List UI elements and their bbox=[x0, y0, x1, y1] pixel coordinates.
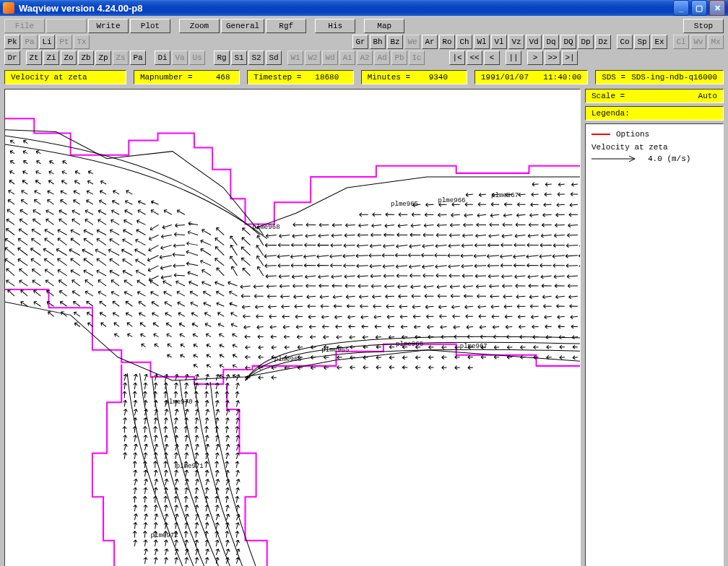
svg-text:plme967: plme967 bbox=[460, 342, 488, 350]
svg-text:plme967: plme967 bbox=[491, 191, 519, 199]
scale-field: Scale = Auto bbox=[585, 89, 724, 103]
zb-button[interactable]: Zb bbox=[78, 51, 94, 65]
pa-button[interactable]: Pa bbox=[22, 35, 38, 49]
window-title: Waqview version 4.24.00-p8 bbox=[19, 3, 673, 14]
mx-button[interactable]: Mx bbox=[708, 35, 724, 49]
stop-button[interactable]: Stop bbox=[683, 19, 724, 33]
rgf-button[interactable]: Rgf bbox=[266, 19, 306, 33]
dq-button[interactable]: Dq bbox=[543, 35, 559, 49]
nav-prev-button[interactable]: < bbox=[484, 51, 500, 65]
zi-button[interactable]: Zi bbox=[43, 51, 59, 65]
side-panel: Scale = Auto Legenda: Options Velocity a… bbox=[585, 89, 728, 566]
va-button[interactable]: Va bbox=[172, 51, 188, 65]
timestep-label: Timestep = bbox=[254, 71, 301, 84]
legend-options-row[interactable]: Options bbox=[592, 130, 717, 139]
bh-button[interactable]: Bh bbox=[370, 35, 386, 49]
vd-button[interactable]: Vd bbox=[526, 35, 542, 49]
tx-button[interactable]: Tx bbox=[74, 35, 90, 49]
sds-field: SDS = SDS-ing-ndb-q16000 bbox=[595, 70, 724, 84]
a2-button[interactable]: A2 bbox=[357, 51, 373, 65]
legenda-field: Legenda: bbox=[585, 106, 724, 121]
ad-button[interactable]: Ad bbox=[374, 51, 390, 65]
zp-button[interactable]: Zp bbox=[95, 51, 111, 65]
svg-text:plme965: plme965 bbox=[321, 346, 349, 354]
nav-pause-button[interactable]: || bbox=[506, 51, 521, 65]
toolbar: File Write Plot Zoom General Rgf His Map… bbox=[0, 16, 728, 69]
wv-button[interactable]: Wv bbox=[690, 35, 706, 49]
svg-text:plme971: plme971 bbox=[176, 462, 204, 470]
pt-button[interactable]: Pt bbox=[56, 35, 72, 49]
di-button[interactable]: Di bbox=[155, 51, 170, 65]
zs-button[interactable]: Zs bbox=[113, 51, 129, 65]
w2-button[interactable]: W2 bbox=[305, 51, 321, 65]
velocity-scale-value: 4.0 (m/s) bbox=[648, 154, 690, 163]
dz-button[interactable]: Dz bbox=[595, 35, 611, 49]
us-button[interactable]: Us bbox=[189, 51, 205, 65]
minimize-button[interactable]: _ bbox=[673, 0, 689, 16]
velocity-arrow-icon bbox=[592, 154, 642, 163]
a1-button[interactable]: A1 bbox=[339, 51, 355, 65]
zo-button[interactable]: Zo bbox=[61, 51, 77, 65]
close-button[interactable]: ✕ bbox=[709, 0, 725, 16]
we-button[interactable]: We bbox=[404, 35, 420, 49]
plot-button[interactable]: Plot bbox=[130, 19, 170, 33]
dqq-button[interactable]: DQ bbox=[560, 35, 576, 49]
svg-text:plme968: plme968 bbox=[274, 355, 302, 363]
his-button[interactable]: His bbox=[315, 19, 355, 33]
zoom-button[interactable]: Zoom bbox=[179, 19, 220, 33]
ch-button[interactable]: Ch bbox=[456, 35, 472, 49]
svg-text:plme972: plme972 bbox=[151, 531, 178, 539]
timestep-field: Timestep = 18680 bbox=[247, 70, 353, 84]
svg-text:plme966: plme966 bbox=[396, 340, 423, 348]
cl-button[interactable]: Cl bbox=[673, 35, 689, 49]
w1-button[interactable]: W1 bbox=[287, 51, 303, 65]
plot-canvas[interactable]: plme965 plme966 plme967 plme968 plme965 … bbox=[4, 89, 581, 566]
map-button[interactable]: Map bbox=[364, 19, 404, 33]
gr-button[interactable]: Gr bbox=[352, 35, 368, 49]
zt-button[interactable]: Zt bbox=[26, 51, 42, 65]
vl-button[interactable]: Vl bbox=[491, 35, 507, 49]
nav-prev2-button[interactable]: << bbox=[467, 51, 482, 65]
co-button[interactable]: Co bbox=[617, 35, 633, 49]
s1-button[interactable]: S1 bbox=[231, 51, 247, 65]
pb-button[interactable]: Pb bbox=[391, 51, 407, 65]
dp-button[interactable]: Dp bbox=[578, 35, 594, 49]
mapnumber-label: Mapnumber = bbox=[140, 71, 193, 84]
sp-button[interactable]: Sp bbox=[634, 35, 650, 49]
file-button[interactable]: File bbox=[4, 19, 45, 33]
li-button[interactable]: Li bbox=[39, 35, 55, 49]
nav-first-button[interactable]: |< bbox=[449, 51, 465, 65]
options-label: Options bbox=[616, 130, 649, 139]
dr-button[interactable]: Dr bbox=[4, 51, 20, 65]
general-button[interactable]: General bbox=[221, 19, 264, 33]
ex-button[interactable]: Ex bbox=[651, 35, 667, 49]
maximize-button[interactable]: ▢ bbox=[691, 0, 707, 16]
nav-last-button[interactable]: >| bbox=[562, 51, 578, 65]
rg-button[interactable]: Rg bbox=[214, 51, 230, 65]
write-button[interactable]: Write bbox=[88, 19, 129, 33]
pk-button[interactable]: Pk bbox=[4, 35, 20, 49]
svg-text:plme970: plme970 bbox=[165, 398, 193, 406]
titlebar: Waqview version 4.24.00-p8 _ ▢ ✕ bbox=[0, 0, 728, 16]
menu-row-1: File Write Plot Zoom General Rgf His Map… bbox=[4, 18, 724, 34]
legenda-label: Legenda: bbox=[592, 107, 630, 120]
wl-button[interactable]: Wl bbox=[474, 35, 490, 49]
window-buttons: _ ▢ ✕ bbox=[673, 0, 725, 16]
date-value: 1991/01/07 bbox=[481, 71, 529, 84]
blank-button-1[interactable] bbox=[46, 19, 87, 33]
pa2-button[interactable]: Pa bbox=[130, 51, 146, 65]
ar-button[interactable]: Ar bbox=[422, 35, 438, 49]
wd-button[interactable]: Wd bbox=[322, 51, 338, 65]
s2-button[interactable]: S2 bbox=[248, 51, 264, 65]
ro-button[interactable]: Ro bbox=[439, 35, 455, 49]
minutes-value: 9340 bbox=[416, 71, 448, 84]
ic-button[interactable]: Ic bbox=[409, 51, 425, 65]
bz-button[interactable]: Bz bbox=[387, 35, 403, 49]
vz-button[interactable]: Vz bbox=[508, 35, 524, 49]
nav-next2-button[interactable]: >> bbox=[545, 51, 560, 65]
timestep-value: 18680 bbox=[307, 71, 339, 84]
sd-button[interactable]: Sd bbox=[266, 51, 282, 65]
nav-next-button[interactable]: > bbox=[527, 51, 543, 65]
time-value: 11:40:00 bbox=[543, 71, 581, 84]
options-line-icon bbox=[592, 134, 610, 135]
